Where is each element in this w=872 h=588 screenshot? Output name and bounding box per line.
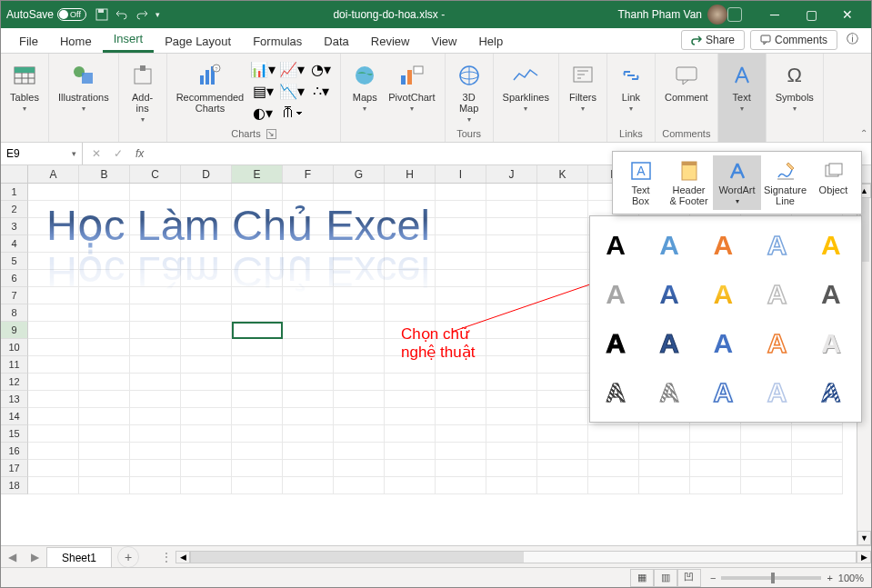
cell[interactable] [486, 443, 537, 460]
cell[interactable] [334, 356, 385, 374]
row-header[interactable]: 6 [1, 270, 28, 287]
cell[interactable] [283, 460, 334, 477]
cell[interactable] [283, 391, 334, 408]
cell[interactable] [79, 460, 130, 477]
cell[interactable] [130, 425, 181, 443]
col-header[interactable]: K [537, 165, 588, 183]
cell[interactable] [232, 184, 283, 201]
cell[interactable] [334, 304, 385, 322]
cell[interactable] [181, 322, 232, 339]
row-header[interactable]: 17 [1, 460, 28, 477]
cell[interactable] [486, 425, 537, 443]
cell[interactable] [334, 477, 385, 494]
row-header[interactable]: 2 [1, 201, 28, 218]
cell[interactable] [486, 460, 537, 477]
row-header[interactable]: 13 [1, 391, 28, 408]
cell[interactable] [232, 443, 283, 460]
cell[interactable] [385, 374, 436, 391]
row-header[interactable]: 1 [1, 184, 28, 201]
horizontal-scrollbar[interactable]: ⋮ ◀ ▶ [157, 551, 871, 563]
save-icon[interactable] [95, 8, 108, 21]
cell[interactable] [283, 184, 334, 201]
cell[interactable] [283, 339, 334, 356]
scroll-down-icon[interactable]: ▼ [857, 531, 871, 545]
wordart-style[interactable]: A [815, 278, 847, 311]
col-header[interactable]: D [181, 165, 232, 183]
cell[interactable] [181, 460, 232, 477]
charts-launcher-icon[interactable]: ↘ [266, 129, 276, 139]
cell[interactable] [537, 425, 588, 443]
cell[interactable] [334, 460, 385, 477]
cell[interactable] [28, 374, 79, 391]
cell[interactable] [79, 425, 130, 443]
cell[interactable] [181, 339, 232, 356]
cell[interactable] [130, 322, 181, 339]
cell[interactable] [537, 374, 588, 391]
select-all-corner[interactable] [1, 165, 28, 183]
cell[interactable] [486, 477, 537, 494]
cell[interactable] [385, 425, 436, 443]
autosave-toggle[interactable]: AutoSave Off [6, 8, 86, 21]
col-header[interactable]: A [28, 165, 79, 183]
cell[interactable] [283, 443, 334, 460]
cell[interactable] [79, 339, 130, 356]
cell[interactable] [232, 408, 283, 425]
cell[interactable] [537, 184, 588, 201]
line-chart-icon[interactable]: 📈▾ [278, 59, 306, 79]
wordart-style[interactable]: A [653, 327, 686, 360]
cell[interactable] [486, 391, 537, 408]
cell[interactable] [181, 304, 232, 322]
cell[interactable] [130, 408, 181, 425]
scroll-left-icon[interactable]: ◀ [175, 551, 190, 563]
cell[interactable] [537, 356, 588, 374]
zoom-out-icon[interactable]: − [710, 573, 716, 583]
cell[interactable] [181, 184, 232, 201]
row-header[interactable]: 5 [1, 253, 28, 270]
cell[interactable] [130, 339, 181, 356]
cell[interactable] [28, 408, 79, 425]
avatar-icon[interactable] [707, 5, 727, 25]
row-header[interactable]: 4 [1, 235, 28, 253]
cell[interactable] [181, 477, 232, 494]
cell[interactable] [537, 391, 588, 408]
maximize-icon[interactable]: ▢ [793, 1, 829, 28]
display-options-icon[interactable] [727, 7, 742, 22]
cell[interactable] [436, 443, 486, 460]
cell[interactable] [537, 477, 588, 494]
cell[interactable] [486, 374, 537, 391]
tab-page-layout[interactable]: Page Layout [154, 29, 242, 53]
cell[interactable] [334, 374, 385, 391]
addins-button[interactable]: Add- ins▾ [125, 57, 161, 124]
cell[interactable] [283, 477, 334, 494]
wordart-style[interactable]: A [761, 327, 794, 360]
cell[interactable] [588, 425, 639, 443]
cell[interactable] [130, 391, 181, 408]
cell[interactable] [79, 374, 130, 391]
cell[interactable] [130, 374, 181, 391]
cell[interactable] [741, 425, 792, 443]
col-header[interactable]: H [385, 165, 436, 183]
cell[interactable] [232, 356, 283, 374]
wordart-object[interactable]: Học Làm Chủ Excel [46, 200, 430, 250]
cell[interactable] [741, 443, 792, 460]
cell[interactable] [334, 443, 385, 460]
cell[interactable] [385, 408, 436, 425]
scroll-right-icon[interactable]: ▶ [857, 551, 871, 563]
cell[interactable] [792, 477, 843, 494]
cell[interactable] [28, 443, 79, 460]
cell[interactable] [28, 322, 79, 339]
cell[interactable] [79, 391, 130, 408]
cell[interactable] [28, 304, 79, 322]
wordart-style[interactable]: A [599, 376, 632, 409]
cell[interactable] [436, 374, 486, 391]
cell[interactable] [436, 201, 486, 218]
cell[interactable] [232, 425, 283, 443]
tab-formulas[interactable]: Formulas [242, 29, 313, 53]
col-header[interactable]: G [334, 165, 385, 183]
cell[interactable] [436, 184, 486, 201]
text-button[interactable]: Text▾ [724, 57, 760, 113]
wordart-style[interactable]: A [599, 278, 632, 311]
cell[interactable] [385, 443, 436, 460]
col-header[interactable]: J [486, 165, 537, 183]
add-sheet-button[interactable]: + [117, 546, 139, 568]
